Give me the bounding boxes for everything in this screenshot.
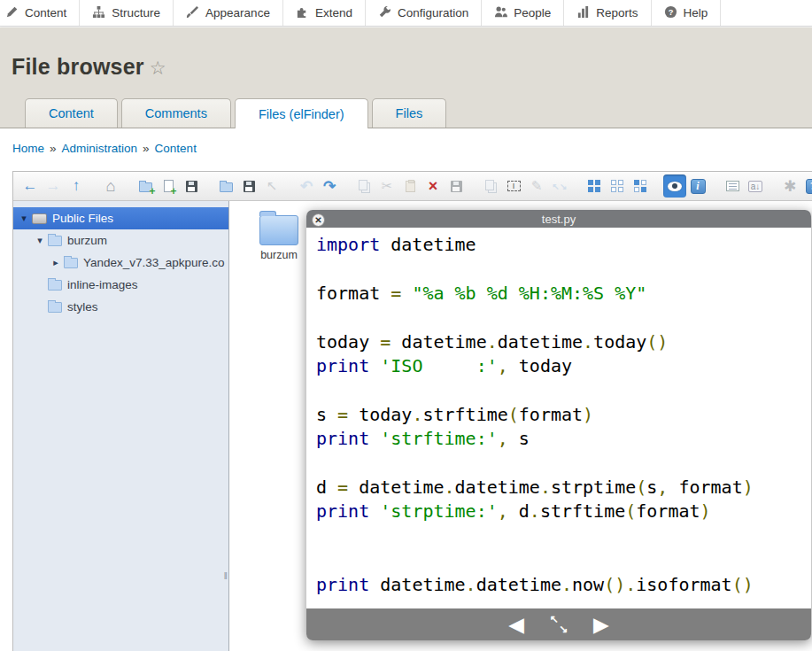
toolbar-new-folder-button[interactable] [134, 174, 157, 198]
toolbar-settings-button[interactable]: ✱ [778, 174, 801, 198]
tree-item-styles[interactable]: styles [13, 296, 228, 318]
menubar-item-extend[interactable]: Extend [283, 0, 366, 26]
toolbar-redo-button[interactable]: ↷ [318, 174, 341, 198]
breadcrumb-link-administration[interactable]: Administration [62, 142, 138, 155]
page-header: File browser☆ ContentCommentsFiles (elFi… [0, 27, 812, 128]
menubar-item-structure[interactable]: Structure [80, 0, 174, 26]
primary-tabs: ContentCommentsFiles (elFinder)Files [25, 98, 446, 128]
toolbar-view-list-button[interactable] [606, 174, 629, 198]
preview-close-button[interactable]: ✕ [312, 213, 325, 227]
breadcrumb-link-home[interactable]: Home [12, 142, 44, 155]
toolbar-help-button[interactable]: ? [801, 174, 812, 198]
toolbar-quicklook-button[interactable] [663, 174, 686, 198]
folder-tree-panel: ▾Public Files▾burzum▸Yandex_v7.33_apkpur… [13, 201, 229, 651]
menubar-item-appearance[interactable]: Appearance [174, 0, 283, 26]
menubar-item-help[interactable]: ?Help [652, 0, 722, 26]
preview-fullscreen-button[interactable]: ↖↘ [549, 615, 568, 634]
code-line [316, 378, 811, 402]
code-token: . [583, 331, 593, 353]
preview-next-button[interactable]: ▶ [593, 615, 609, 635]
toolbar-group: ←→↑ [19, 174, 88, 198]
toolbar-group: ✂× [352, 174, 468, 198]
code-token: ) [743, 477, 754, 498]
tree-item-public-files[interactable]: ▾Public Files [13, 207, 228, 229]
toolbar-sort-button[interactable]: a↓ [744, 174, 767, 198]
menubar-item-content[interactable]: Content [0, 0, 80, 26]
tree-item-inline-images[interactable]: inline-images [13, 274, 228, 296]
toolbar-group: ↶↷ [295, 174, 341, 198]
toolbar-delete-button[interactable]: × [421, 174, 445, 198]
toolbar-new-file-button[interactable] [157, 174, 180, 198]
toolbar-upload-button[interactable] [180, 174, 203, 198]
pencil-icon [5, 5, 19, 21]
code-token: . [445, 477, 455, 498]
toolbar-view-icons-button[interactable] [583, 174, 606, 198]
code-line: print 'ISO :', today [316, 354, 811, 378]
folder-icon [48, 280, 62, 291]
toolbar-up-button[interactable]: ↑ [65, 174, 88, 198]
folder-icon [259, 215, 298, 245]
toolbar-info-button[interactable]: i [686, 174, 709, 198]
code-token: now [572, 574, 604, 595]
back-icon: ← [23, 177, 38, 195]
panel-resize-handle[interactable]: ‖ [224, 571, 228, 581]
tree-expander-icon[interactable]: ▾ [34, 235, 46, 246]
page-title: File browser☆ [12, 54, 166, 80]
new-file-icon [164, 180, 174, 192]
code-token: strptime [551, 477, 636, 498]
view-list-icon [611, 180, 623, 192]
toolbar-home-button[interactable]: ⌂ [99, 174, 122, 198]
info-icon: i [691, 179, 706, 194]
view-icons-icon [588, 180, 600, 192]
toolbar-back-button[interactable]: ← [19, 174, 42, 198]
code-token: s [508, 428, 530, 449]
shortcut-star-icon[interactable]: ☆ [150, 58, 166, 78]
tab-files[interactable]: Files [372, 98, 447, 128]
toolbar-edit-button: ✎ [525, 174, 548, 198]
toolbar-group: ↖ [214, 174, 283, 198]
code-token: ) [583, 404, 593, 425]
folder-icon [48, 236, 62, 246]
code-token: . [561, 574, 572, 595]
code-token: = [337, 477, 348, 498]
file-item-burzum[interactable]: burzum [252, 210, 305, 261]
home-icon: ⌂ [106, 177, 116, 196]
up-icon: ↑ [73, 177, 81, 195]
menubar-item-label: Appearance [205, 6, 270, 19]
toolbar-view-compact-button[interactable] [629, 174, 652, 198]
toolbar-open-button[interactable] [214, 174, 237, 198]
code-token: () [646, 331, 668, 353]
code-token: datetime [498, 331, 583, 353]
code-token: 'strptime:' [380, 500, 497, 522]
code-token: = [380, 331, 391, 353]
toolbar-rename-button[interactable]: I [502, 174, 525, 198]
tree-expander-icon[interactable]: ▸ [50, 257, 62, 268]
tree-item-label: inline-images [67, 278, 138, 291]
menubar-item-configuration[interactable]: Configuration [366, 0, 482, 26]
bar-chart-icon [576, 5, 590, 21]
tab-files-elfinder-[interactable]: Files (elFinder) [235, 98, 368, 128]
toolbar-places-button[interactable] [721, 174, 744, 198]
tree-item-yandex-v7-33-apkpure-co[interactable]: ▸Yandex_v7.33_apkpure.co [13, 252, 228, 274]
tree-expander-icon[interactable]: ▾ [18, 213, 30, 224]
code-token: strftime [540, 500, 625, 522]
breadcrumb-separator: » [143, 142, 150, 155]
preview-prev-button[interactable]: ◀ [508, 615, 524, 635]
tab-comments[interactable]: Comments [121, 98, 231, 128]
paintbrush-icon [186, 5, 199, 21]
code-line: format = "%a %b %d %H:%M:%S %Y" [316, 282, 811, 306]
code-line [316, 524, 811, 548]
puzzle-icon [296, 5, 309, 21]
toolbar-download-button[interactable] [237, 174, 260, 198]
toolbar-cut-button: ✂ [375, 174, 398, 198]
tree-item-burzum[interactable]: ▾burzum [13, 229, 228, 252]
menubar-item-label: People [514, 6, 551, 19]
menubar-item-reports[interactable]: Reports [564, 0, 651, 26]
upload-icon [186, 181, 197, 192]
sitemap-icon [92, 5, 105, 21]
menubar-item-people[interactable]: People [482, 0, 564, 26]
breadcrumb-link-content[interactable]: Content [155, 142, 197, 155]
menubar-item-label: Configuration [398, 6, 468, 19]
new-folder-icon [139, 182, 152, 192]
tab-content[interactable]: Content [25, 98, 118, 128]
